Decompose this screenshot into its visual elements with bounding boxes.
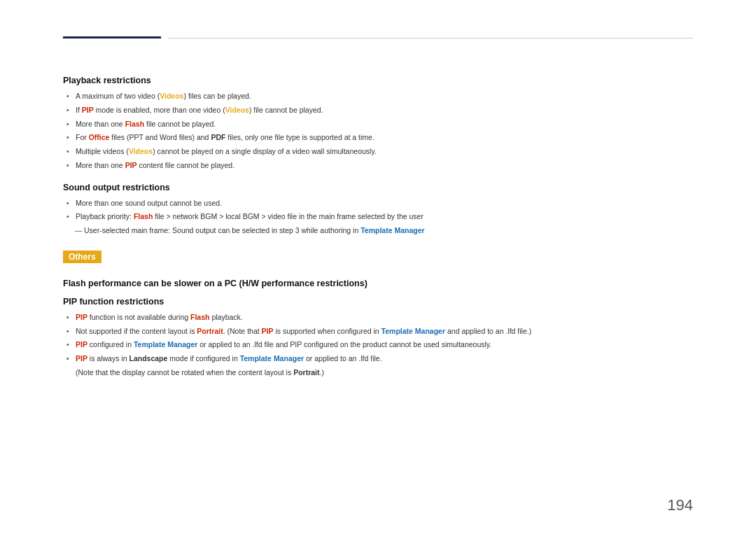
flash-label: Flash: [125, 120, 144, 128]
sound-list: More than one sound output cannot be use…: [63, 198, 693, 223]
landscape-label: Landscape: [129, 354, 167, 363]
playback-title: Playback restrictions: [63, 76, 693, 85]
pip-label: PIP: [76, 313, 88, 321]
playback-section: Playback restrictions A maximum of two v…: [63, 76, 693, 171]
sound-title: Sound output restrictions: [63, 183, 693, 192]
page-number: 194: [667, 496, 693, 514]
videos-label: Videos: [160, 92, 183, 100]
pip-section: PIP function restrictions PIP function i…: [63, 297, 693, 379]
template-manager-link: Template Manager: [134, 340, 197, 349]
list-item: PIP is always in Landscape mode if confi…: [63, 353, 693, 365]
videos-label: Videos: [225, 106, 249, 114]
template-manager-link: Template Manager: [240, 354, 304, 363]
list-item: If PIP mode is enabled, more than one vi…: [63, 105, 693, 116]
office-label: Office: [89, 133, 110, 141]
pip-title: PIP function restrictions: [63, 297, 693, 307]
pdf-label: PDF: [211, 133, 225, 141]
sound-section: Sound output restrictions More than one …: [63, 183, 693, 237]
template-manager-link: Template Manager: [360, 226, 424, 234]
pip-label: PIP: [262, 327, 274, 335]
list-item: For Office files (PPT and Word files) an…: [63, 132, 693, 143]
pip-label: PIP: [76, 340, 88, 349]
sub-bullet: User-selected main frame: Sound output c…: [63, 225, 693, 237]
list-item: Not supported if the content layout is P…: [63, 326, 693, 337]
list-item: More than one PIP content file cannot be…: [63, 160, 693, 171]
pip-label: PIP: [76, 354, 88, 363]
playback-list: A maximum of two video (Videos) files ca…: [63, 91, 693, 171]
pip-label: PIP: [82, 106, 94, 114]
list-item: Playback priority: Flash file > network …: [63, 211, 693, 223]
portrait-label: Portrait: [293, 368, 319, 377]
flash-label: Flash: [134, 212, 153, 220]
pip-note: (Note that the display cannot be rotated…: [63, 367, 693, 379]
flash-label: Flash: [190, 313, 209, 321]
others-badge: Others: [63, 251, 102, 263]
list-item: PIP configured in Template Manager or ap…: [63, 339, 693, 351]
others-section: Others: [63, 248, 693, 272]
flash-performance-title: Flash performance can be slower on a PC …: [63, 279, 693, 288]
list-item: A maximum of two video (Videos) files ca…: [63, 91, 693, 102]
pip-label: PIP: [125, 161, 137, 169]
template-manager-link: Template Manager: [382, 327, 445, 335]
videos-label: Videos: [129, 147, 153, 155]
list-item: Multiple videos (Videos) cannot be playe…: [63, 146, 693, 157]
portrait-label: Portrait: [197, 327, 223, 335]
list-item: More than one Flash file cannot be playe…: [63, 119, 693, 130]
pip-list: PIP function is not available during Fla…: [63, 312, 693, 365]
list-item: PIP function is not available during Fla…: [63, 312, 693, 323]
list-item: More than one sound output cannot be use…: [63, 198, 693, 209]
